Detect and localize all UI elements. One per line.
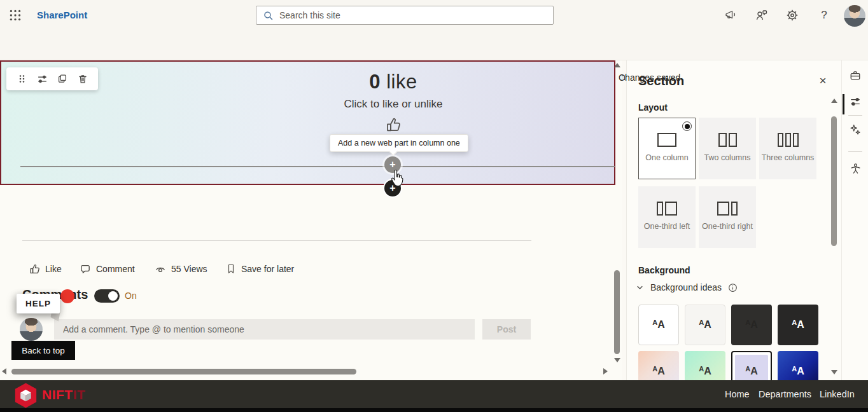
background-swatch[interactable]: AA — [638, 351, 679, 380]
like-count: 0 — [369, 71, 381, 93]
two-columns-icon — [718, 133, 737, 147]
accessibility-icon[interactable] — [850, 162, 862, 175]
like-word: like — [386, 71, 417, 93]
background-swatch-selected[interactable]: AA — [731, 351, 772, 380]
like-hint: Click to like or unlike — [344, 98, 443, 111]
commenter-avatar — [20, 318, 43, 341]
scroll-down-icon[interactable] — [614, 358, 620, 362]
duplicate-icon[interactable] — [55, 71, 70, 86]
search-input[interactable] — [279, 10, 547, 20]
scroll-down-icon[interactable] — [831, 370, 837, 374]
radio-selected-icon — [682, 121, 692, 131]
design-sliders-icon[interactable] — [850, 96, 861, 107]
one-third-left-icon — [657, 202, 677, 216]
layout-options: One column Two columns Three columns One… — [638, 118, 816, 248]
section-panel: Section × Layout One column Two columns … — [626, 60, 846, 380]
brand-name: NIFTIT — [42, 387, 85, 402]
help-icon[interactable]: ? — [817, 8, 831, 22]
column-divider-line — [20, 166, 615, 167]
footer-link-linkedin[interactable]: LinkedIn — [820, 389, 855, 399]
layout-option-three-columns[interactable]: Three columns — [759, 118, 816, 179]
divider — [848, 151, 862, 152]
help-beacon-button[interactable]: HELP — [17, 294, 60, 313]
niftit-logo-icon — [14, 382, 38, 409]
content-divider — [22, 240, 531, 241]
background-swatch[interactable]: AA — [685, 305, 725, 345]
background-swatch[interactable]: AA — [731, 305, 772, 345]
like-count-line: 0 like — [344, 71, 443, 93]
bookmark-icon — [226, 263, 236, 274]
one-third-right-icon — [717, 202, 738, 216]
background-swatch[interactable]: AA — [778, 305, 818, 345]
background-swatch[interactable]: AA — [685, 351, 725, 380]
suite-bar: SharePoint ? — [0, 0, 868, 31]
three-columns-icon — [778, 133, 799, 147]
active-panel-indicator — [843, 94, 844, 114]
delete-icon[interactable] — [75, 71, 90, 86]
save-for-later-button[interactable]: Save for later — [226, 263, 294, 274]
search-icon — [263, 10, 274, 21]
toolbox-icon[interactable] — [850, 70, 861, 81]
settings-icon[interactable] — [785, 8, 799, 22]
command-bar: Fusepoint Background Generator (S... Sav… — [0, 31, 868, 60]
close-icon[interactable]: × — [815, 73, 830, 88]
edge-toolbar — [841, 60, 868, 380]
post-button[interactable]: Post — [482, 319, 531, 340]
panel-scrollbar[interactable] — [830, 60, 838, 380]
megaphone-icon[interactable] — [724, 8, 738, 22]
add-webpart-plus-icon[interactable]: + — [384, 156, 401, 173]
footer-link-departments[interactable]: Departments — [759, 389, 811, 399]
sparkle-icon[interactable] — [850, 124, 861, 135]
selected-section[interactable]: 0 like Click to like or unlike — [0, 60, 615, 185]
layout-option-one-third-left[interactable]: One-third left — [638, 186, 696, 248]
layout-option-one-third-right[interactable]: One-third right — [699, 186, 756, 248]
background-swatches: AA AA AA AA AA AA AA AA — [638, 305, 818, 380]
page-canvas: 0 like Click to like or unlike Add a new… — [0, 60, 622, 380]
back-to-top-button[interactable]: Back to top — [11, 341, 75, 360]
thumb-up-icon — [29, 263, 40, 275]
chevron-down-icon — [636, 284, 644, 292]
site-footer: NIFTIT Home Departments LinkedIn — [0, 380, 868, 412]
views-counter[interactable]: 55 Views — [155, 263, 207, 275]
like-button[interactable]: Like — [29, 263, 62, 275]
info-icon — [728, 283, 738, 292]
status-message: Changes saved — [619, 72, 680, 83]
toggle-state-label: On — [125, 291, 137, 301]
comments-toggle[interactable] — [94, 289, 120, 303]
layout-label: Layout — [638, 102, 668, 113]
eye-icon — [155, 263, 166, 275]
scroll-up-icon[interactable] — [614, 63, 620, 67]
background-ideas-expander[interactable]: Background ideas — [636, 282, 738, 292]
comment-button[interactable]: Comment — [80, 263, 135, 275]
site-search[interactable] — [256, 6, 554, 25]
user-avatar[interactable] — [844, 5, 865, 27]
background-swatch[interactable]: AA — [778, 351, 818, 380]
scroll-up-icon[interactable] — [831, 99, 837, 103]
canvas-horizontal-scrollbar[interactable] — [0, 367, 612, 376]
scrollbar-thumb[interactable] — [11, 369, 356, 374]
webpart-toolbar — [6, 67, 98, 90]
background-swatch[interactable]: AA — [638, 305, 679, 345]
app-title[interactable]: SharePoint — [37, 10, 87, 20]
scroll-right-icon[interactable] — [603, 368, 608, 374]
scrollbar-thumb[interactable] — [831, 116, 837, 246]
one-column-icon — [657, 133, 676, 147]
scroll-left-icon[interactable] — [2, 368, 6, 374]
feedback-icon[interactable] — [755, 8, 769, 22]
toggle-knob — [108, 291, 118, 301]
comment-input[interactable] — [54, 319, 475, 340]
footer-link-home[interactable]: Home — [725, 389, 750, 399]
layout-option-one-column[interactable]: One column — [638, 118, 696, 179]
layout-option-two-columns[interactable]: Two columns — [699, 118, 756, 179]
sharepoint-page-editor: SharePoint ? Fusepoint Background Genera… — [0, 0, 868, 412]
thumb-up-icon[interactable] — [344, 116, 443, 133]
edit-section-icon[interactable] — [34, 71, 50, 86]
scrollbar-thumb[interactable] — [614, 270, 620, 354]
canvas-vertical-scrollbar[interactable] — [612, 60, 622, 367]
waffle-icon[interactable] — [8, 8, 22, 22]
footer-bottom-strip — [0, 408, 868, 412]
drag-handle-icon[interactable] — [14, 71, 29, 86]
add-webpart-tooltip: Add a new web part in column one — [330, 134, 468, 152]
comment-icon — [80, 263, 91, 275]
add-section-plus-icon[interactable]: + — [383, 179, 402, 198]
